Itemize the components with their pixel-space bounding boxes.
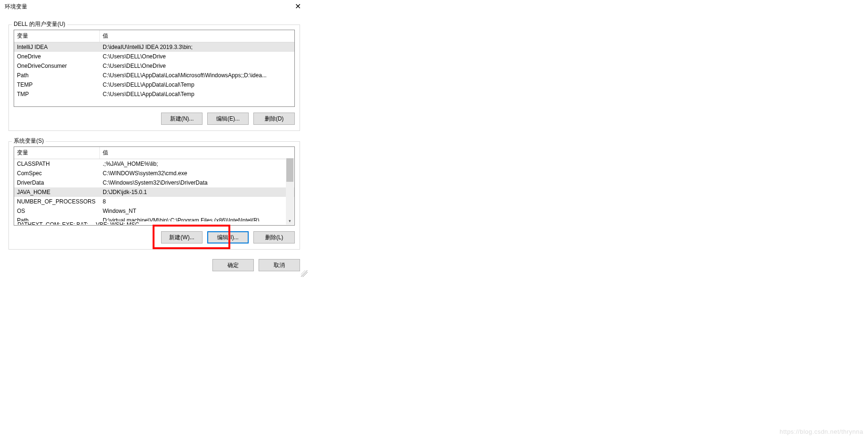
cell-value: D:\ideaIU\IntelliJ IDEA 2019.3.3\bin; <box>100 43 294 51</box>
table-row[interactable]: OneDriveC:\Users\DELL\OneDrive <box>14 52 294 61</box>
sys-new-button[interactable]: 新建(W)... <box>161 231 203 243</box>
col-header-value[interactable]: 值 <box>100 30 294 42</box>
vertical-scrollbar[interactable]: ▾ <box>286 158 294 225</box>
scroll-down-icon[interactable]: ▾ <box>286 217 294 225</box>
list-header: 变量 值 <box>14 30 294 42</box>
table-row[interactable]: CLASSPATH.;%JAVA_HOME%\lib; <box>14 159 294 169</box>
cell-variable: OneDriveConsumer <box>14 62 100 70</box>
sys-buttons-row: 新建(W)... 编辑(I)... 删除(L) <box>14 231 295 243</box>
table-row[interactable]: NUMBER_OF_PROCESSORS8 <box>14 197 294 206</box>
user-group-legend: DELL 的用户变量(U) <box>12 20 67 28</box>
sys-edit-button[interactable]: 编辑(I)... <box>207 231 249 243</box>
cell-value: D:\JDK\jdk-15.0.1 <box>100 188 294 196</box>
table-row[interactable]: DriverDataC:\Windows\System32\Drivers\Dr… <box>14 178 294 187</box>
col-header-value[interactable]: 值 <box>100 147 294 159</box>
sys-group-legend: 系统变量(S) <box>12 137 46 145</box>
resize-grip-icon[interactable] <box>301 270 308 277</box>
table-row[interactable]: OSWindows_NT <box>14 206 294 216</box>
partial-row: PATHEXT .COM;.EXE;.BAT;... .VBE;.WSH;.MS… <box>15 221 286 225</box>
cell-variable: JAVA_HOME <box>14 188 100 196</box>
table-row[interactable]: PathC:\Users\DELL\AppData\Local\Microsof… <box>14 71 294 80</box>
table-row[interactable]: TEMPC:\Users\DELL\AppData\Local\Temp <box>14 80 294 89</box>
cancel-button[interactable]: 取消 <box>259 259 300 271</box>
cell-value: Windows_NT <box>100 207 294 215</box>
system-variables-group: 系统变量(S) 变量 值 CLASSPATH.;%JAVA_HOME%\lib;… <box>8 141 300 250</box>
titlebar: 环境变量 ✕ <box>0 0 308 13</box>
cell-variable: ComSpec <box>14 170 100 177</box>
user-delete-button[interactable]: 删除(D) <box>253 113 295 125</box>
table-row[interactable]: ComSpecC:\WINDOWS\system32\cmd.exe <box>14 169 294 178</box>
close-icon[interactable]: ✕ <box>291 2 305 11</box>
cell-variable: OneDrive <box>14 53 100 60</box>
cell-value: C:\Windows\System32\Drivers\DriverData <box>100 179 294 187</box>
list-body: IntelliJ IDEAD:\ideaIU\IntelliJ IDEA 201… <box>14 42 294 99</box>
dialog-title: 环境变量 <box>4 3 27 11</box>
list-body: CLASSPATH.;%JAVA_HOME%\lib;ComSpecC:\WIN… <box>14 159 294 225</box>
cell-value: C:\Users\DELL\OneDrive <box>100 62 294 70</box>
cell-value: 8 <box>100 198 294 205</box>
sys-delete-button[interactable]: 删除(L) <box>253 231 295 243</box>
cell-variable: OS <box>14 207 100 215</box>
scroll-thumb[interactable] <box>286 158 293 182</box>
cell-variable: NUMBER_OF_PROCESSORS <box>14 198 100 205</box>
table-row[interactable]: IntelliJ IDEAD:\ideaIU\IntelliJ IDEA 201… <box>14 42 294 52</box>
footer-buttons: 确定 取消 <box>8 259 300 271</box>
user-edit-button[interactable]: 编辑(E)... <box>207 113 249 125</box>
system-variables-list[interactable]: 变量 值 CLASSPATH.;%JAVA_HOME%\lib;ComSpecC… <box>14 146 295 226</box>
cell-variable: TEMP <box>14 81 100 89</box>
ok-button[interactable]: 确定 <box>212 259 254 271</box>
cell-variable: IntelliJ IDEA <box>14 43 100 51</box>
user-new-button[interactable]: 新建(N)... <box>161 113 203 125</box>
cell-value: C:\Users\DELL\OneDrive <box>100 53 294 60</box>
table-row[interactable]: JAVA_HOMED:\JDK\jdk-15.0.1 <box>14 187 294 197</box>
cell-variable: TMP <box>14 90 100 98</box>
cell-value: .;%JAVA_HOME%\lib; <box>100 160 294 168</box>
cell-value: C:\Users\DELL\AppData\Local\Temp <box>100 90 294 98</box>
col-header-variable[interactable]: 变量 <box>14 147 100 159</box>
cell-value: C:\WINDOWS\system32\cmd.exe <box>100 170 294 177</box>
col-header-variable[interactable]: 变量 <box>14 30 100 42</box>
cell-variable: DriverData <box>14 179 100 187</box>
user-variables-list[interactable]: 变量 值 IntelliJ IDEAD:\ideaIU\IntelliJ IDE… <box>14 30 295 107</box>
cell-variable: Path <box>14 72 100 79</box>
env-variables-dialog: 环境变量 ✕ DELL 的用户变量(U) 变量 值 IntelliJ IDEAD… <box>0 0 308 278</box>
table-row[interactable]: TMPC:\Users\DELL\AppData\Local\Temp <box>14 89 294 99</box>
user-variables-group: DELL 的用户变量(U) 变量 值 IntelliJ IDEAD:\ideaI… <box>8 24 300 131</box>
dialog-content: DELL 的用户变量(U) 变量 值 IntelliJ IDEAD:\ideaI… <box>0 13 308 278</box>
cell-value: C:\Users\DELL\AppData\Local\Microsoft\Wi… <box>100 72 294 79</box>
table-row[interactable]: OneDriveConsumerC:\Users\DELL\OneDrive <box>14 61 294 71</box>
user-buttons-row: 新建(N)... 编辑(E)... 删除(D) <box>14 113 295 125</box>
list-header: 变量 值 <box>14 147 294 159</box>
cell-value: C:\Users\DELL\AppData\Local\Temp <box>100 81 294 89</box>
cell-variable: CLASSPATH <box>14 160 100 168</box>
